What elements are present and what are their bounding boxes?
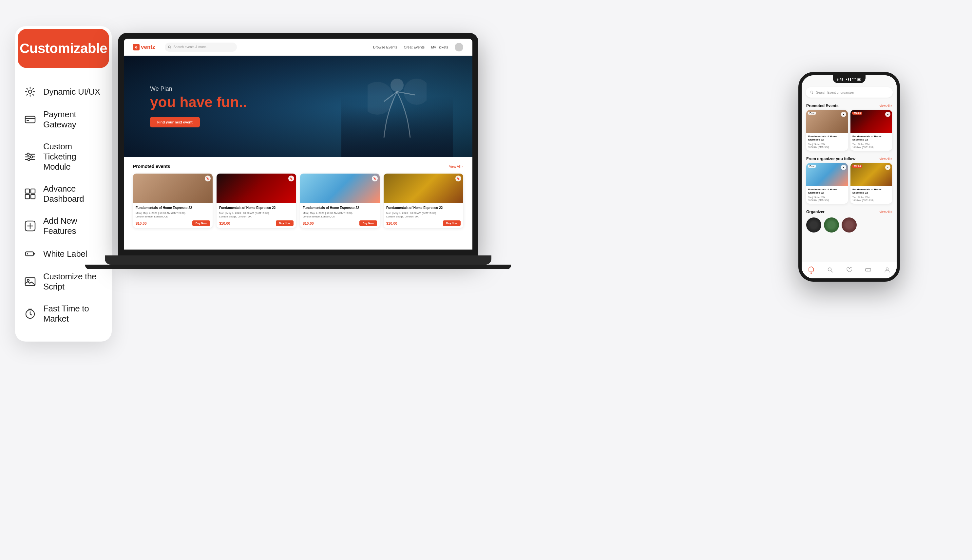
menu-item-label-customize-script: Customize the Script — [43, 272, 103, 292]
phone-nav-home[interactable] — [808, 266, 814, 274]
phone-bookmark-2[interactable]: ♥ — [885, 112, 890, 117]
phone-follow-badge-2: $12.24 — [852, 165, 862, 168]
phone-bookmark-1[interactable]: ♥ — [841, 112, 846, 117]
hero-content: We Plan you have fun.. Find your next ev… — [150, 85, 247, 127]
organizer-avatar-3[interactable] — [842, 217, 857, 233]
signal-bar-2 — [848, 78, 849, 80]
svg-point-24 — [390, 78, 403, 92]
phone-follow-name-2: Fundamentals of Home Espresso 22 — [852, 188, 890, 195]
phone-event-card-1[interactable]: Free ♥ Fundamentals of Home Espresso 22 … — [806, 110, 848, 151]
event-body-2: Fundamentals of Home Espresso 22 Mon | M… — [217, 203, 296, 218]
event-card-4[interactable]: 🔖 Fundamentals of Home Espresso 22 Mon |… — [383, 173, 463, 228]
status-icons — [846, 78, 862, 81]
menu-item-add-features[interactable]: Add New Features — [24, 210, 103, 242]
nav-link-browse[interactable]: Browse Events — [373, 45, 397, 49]
svg-rect-10 — [25, 189, 30, 193]
event-image-4: 🔖 — [383, 173, 463, 203]
menu-item-white-label[interactable]: White Label — [24, 242, 103, 266]
site-search-placeholder: Search events & more... — [173, 45, 208, 49]
phone-follow-bookmark-2[interactable]: ♥ — [885, 165, 890, 170]
promoted-title: Promoted events — [133, 164, 170, 169]
svg-rect-3 — [27, 120, 29, 121]
event-card-2[interactable]: 🔖 Fundamentals of Home Espresso 22 Mon |… — [217, 173, 296, 228]
event-card-1[interactable]: 🔖 Fundamentals of Home Espresso 22 Mon |… — [133, 173, 213, 228]
event-name-3: Fundamentals of Home Espresso 22 — [303, 206, 377, 210]
search-nav-icon — [827, 267, 833, 273]
menu-item-fast-market[interactable]: Fast Time to Market — [24, 298, 103, 330]
event-card-3[interactable]: 🔖 Fundamentals of Home Espresso 22 Mon |… — [300, 173, 380, 228]
phone-app-content: Search Event or organizer Promoted Event… — [802, 75, 897, 278]
phone-event-date-2: Tue | 24 Jan 2024 — [852, 143, 890, 146]
phone-view-all-1[interactable]: View All » — [879, 104, 892, 107]
phone-search-icon — [810, 90, 814, 94]
menu-item-customize-script[interactable]: Customize the Script — [24, 266, 103, 298]
phone-search-bar[interactable]: Search Event or organizer — [805, 87, 893, 98]
menu-item-dynamic-ui[interactable]: Dynamic UI/UX — [24, 80, 103, 103]
hero-cta-button[interactable]: Find your next event — [150, 117, 200, 127]
svg-line-34 — [831, 270, 833, 272]
organizer-avatar-1[interactable] — [806, 217, 821, 233]
logo-text: ventz — [141, 44, 155, 50]
event-name-1: Fundamentals of Home Espresso 22 — [136, 206, 210, 210]
svg-point-36 — [886, 268, 889, 270]
phone-view-all-3[interactable]: View All » — [879, 210, 892, 213]
phone-event-body-1: Fundamentals of Home Espresso 22 Tue | 2… — [806, 133, 848, 151]
hero-subtitle: We Plan — [150, 85, 247, 92]
phone-promoted-header: Promoted Events View All » — [802, 100, 897, 110]
phone-follow-date-2: Tue | 24 Jan 2024 — [852, 196, 890, 199]
event-body-4: Fundamentals of Home Espresso 22 Mon | M… — [383, 203, 463, 218]
phone-event-name-2: Fundamentals of Home Espresso 22 — [852, 135, 890, 142]
search-icon — [168, 45, 171, 49]
clock-icon — [24, 308, 36, 320]
menu-item-label-dynamic-ui: Dynamic UI/UX — [43, 87, 100, 97]
bookmark-icon-4[interactable]: 🔖 — [455, 175, 461, 182]
phone-nav-profile[interactable] — [884, 267, 890, 273]
event-footer-4: $10.00 Buy Now — [383, 218, 463, 228]
event-location-3: London Bridge, London, UK — [303, 215, 377, 218]
buy-button-2[interactable]: Buy Now — [276, 220, 293, 226]
user-avatar[interactable] — [455, 43, 463, 52]
phone-nav-ticket[interactable] — [865, 267, 871, 273]
feature-menu: Dynamic UI/UX Payment Gateway — [15, 71, 112, 342]
view-all-link[interactable]: View All » — [449, 165, 463, 168]
event-footer-2: $10.00 Buy Now — [217, 218, 296, 228]
nav-link-tickets[interactable]: My Tickets — [431, 45, 448, 49]
svg-rect-1 — [25, 116, 35, 123]
bookmark-icon-1[interactable]: 🔖 — [205, 175, 211, 182]
organizer-avatar-2[interactable] — [824, 217, 839, 233]
phone-bottom-nav — [802, 262, 897, 278]
logo-letter: e — [133, 44, 140, 50]
battery-icon — [857, 78, 862, 80]
menu-item-ticketing[interactable]: Custom Ticketing Module — [24, 136, 103, 178]
phone-follow-body-1: Fundamentals of Home Espresso 22 Tue | 2… — [806, 186, 848, 204]
buy-button-3[interactable]: Buy Now — [359, 220, 377, 226]
phone-view-all-2[interactable]: View All » — [879, 157, 892, 160]
nav-link-create[interactable]: Creat Events — [403, 45, 425, 49]
phone-follow-card-1[interactable]: Free ♥ Fundamentals of Home Espresso 22 … — [806, 163, 848, 204]
phone-follow-bookmark-1[interactable]: ♥ — [841, 165, 846, 170]
buy-button-1[interactable]: Buy Now — [192, 220, 210, 226]
plus-circle-icon — [24, 220, 36, 232]
phone-follow-card-2[interactable]: $12.24 ♥ Fundamentals of Home Espresso 2… — [850, 163, 892, 204]
laptop-device: e ventz Search events & more... Browse E… — [118, 33, 478, 278]
site-search-bar[interactable]: Search events & more... — [165, 43, 237, 52]
hero-title: you have fun.. — [150, 94, 247, 110]
buy-button-4[interactable]: Buy Now — [443, 220, 460, 226]
event-body-1: Fundamentals of Home Espresso 22 Mon | M… — [133, 203, 213, 218]
phone-nav-search[interactable] — [827, 267, 833, 273]
svg-point-20 — [27, 279, 29, 281]
menu-item-dashboard[interactable]: Advance Dashboard — [24, 178, 103, 210]
phone-promoted-title: Promoted Events — [806, 103, 839, 108]
phone-nav-heart[interactable] — [846, 267, 852, 273]
svg-rect-11 — [31, 189, 35, 193]
bookmark-icon-2[interactable]: 🔖 — [288, 175, 294, 182]
phone-organizer-row — [802, 217, 897, 233]
menu-item-payment[interactable]: Payment Gateway — [24, 103, 103, 136]
phone-event-card-2[interactable]: $10.00 ♥ Fundamentals of Home Espresso 2… — [850, 110, 892, 151]
card-header: Customizable — [18, 29, 109, 68]
svg-rect-13 — [31, 195, 35, 199]
event-image-1: 🔖 — [133, 173, 213, 203]
bookmark-icon-3[interactable]: 🔖 — [372, 175, 378, 182]
card-title: Customizable — [20, 41, 107, 56]
event-body-3: Fundamentals of Home Espresso 22 Mon | M… — [300, 203, 380, 218]
